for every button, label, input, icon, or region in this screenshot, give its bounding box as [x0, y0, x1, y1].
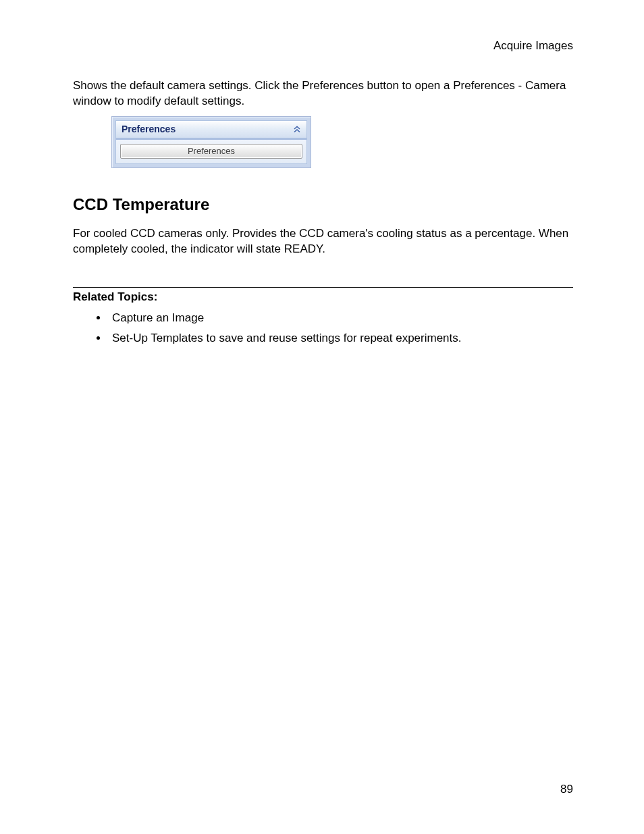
- divider: [73, 287, 573, 288]
- intro-paragraph: Shows the default camera settings. Click…: [73, 78, 573, 109]
- related-topics-list: Capture an Image Set-Up Templates to sav…: [73, 308, 573, 348]
- list-item: Set-Up Templates to save and reuse setti…: [108, 328, 573, 348]
- ccd-temperature-paragraph: For cooled CCD cameras only. Provides th…: [73, 226, 573, 257]
- chevron-double-up-icon: [293, 125, 301, 133]
- preferences-panel-title: Preferences: [122, 124, 176, 134]
- preferences-button[interactable]: Preferences: [120, 144, 302, 159]
- section-heading-ccd-temperature: CCD Temperature: [73, 195, 573, 214]
- page-number: 89: [560, 783, 573, 796]
- preferences-panel-header[interactable]: Preferences: [115, 120, 307, 138]
- page-header-section: Acquire Images: [73, 39, 573, 53]
- related-topics-heading: Related Topics:: [73, 290, 573, 304]
- preferences-panel: Preferences Preferences: [111, 116, 311, 168]
- preferences-panel-body: Preferences: [115, 138, 307, 164]
- list-item: Capture an Image: [108, 308, 573, 328]
